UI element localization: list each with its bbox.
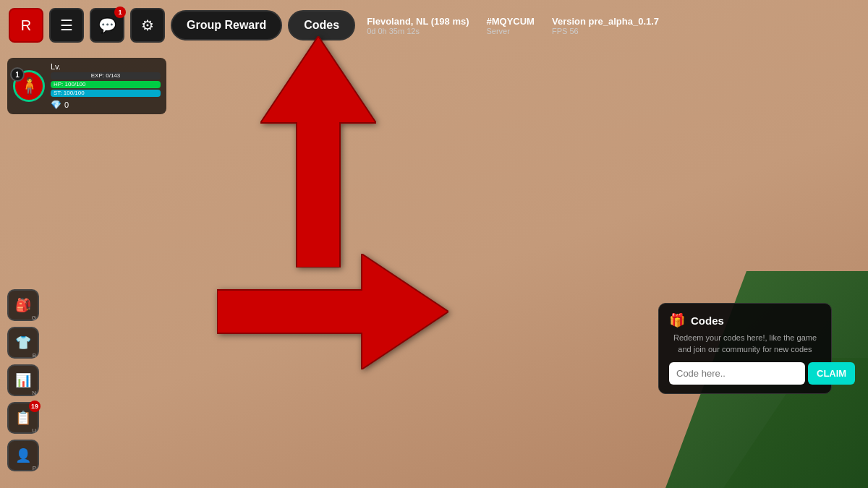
st-label: ST: 100/100 (54, 90, 85, 97)
backpack-icon: 🎒 (15, 297, 31, 313)
sidebar-item-stats[interactable]: 📊 N (7, 364, 39, 396)
codes-panel: 🎁 Codes Redeem your codes here!, like th… (658, 303, 832, 394)
sidebar-item-profile[interactable]: 👤 P (7, 440, 39, 471)
roblox-button[interactable]: R (9, 8, 43, 43)
chat-badge: 1 (114, 7, 126, 18)
currency-value: 0 (64, 100, 69, 109)
profile-icon: 👤 (15, 448, 31, 463)
sidebar-item-clothes[interactable]: 👕 B (7, 327, 39, 359)
arrow-right-indicator (217, 254, 448, 372)
server-location-text: Flevoland, NL (198 ms) (367, 16, 469, 27)
codes-input-row: CLAIM (669, 362, 821, 385)
menu-icon: ☰ (60, 17, 73, 34)
sidebar-letter-u: U (32, 427, 36, 434)
sidebar-letter-g: G (32, 314, 36, 321)
sidebar-item-quests[interactable]: 📋 19 U (7, 402, 39, 434)
sidebar-item-backpack[interactable]: 🎒 G (7, 289, 39, 321)
gift-icon: 🎁 (669, 312, 685, 328)
sidebar: 🎒 G 👕 B 📊 N 📋 19 U 👤 P (7, 289, 39, 471)
settings-button[interactable]: ⚙ (130, 8, 165, 43)
server-hashtag: #MQYCUM Server (487, 16, 535, 35)
svg-marker-0 (260, 36, 376, 267)
currency-display: 💎 0 (51, 100, 161, 110)
server-fps: FPS 56 (552, 27, 659, 35)
chat-icon: 💬 (98, 17, 116, 34)
sidebar-letter-b: B (33, 352, 36, 359)
clothes-icon: 👕 (15, 335, 31, 351)
code-input[interactable] (669, 362, 805, 385)
server-location: Flevoland, NL (198 ms) 0d 0h 35m 12s (367, 16, 469, 35)
svg-marker-1 (217, 254, 448, 369)
quests-icon: 📋 (15, 410, 31, 426)
player-stats: Lv. EXP: 0/143 HP: 100/100 ST: 100/100 💎… (51, 62, 161, 110)
menu-button[interactable]: ☰ (49, 8, 84, 43)
server-hashtag-sub: Server (487, 27, 535, 35)
sidebar-letter-p: P (33, 465, 36, 471)
server-version: Version pre_alpha_0.1.7 FPS 56 (552, 16, 659, 35)
server-hashtag-text: #MQYCUM (487, 16, 535, 27)
exp-label: EXP: 0/143 (91, 72, 120, 80)
currency-icon: 💎 (51, 100, 61, 110)
codes-panel-title: Codes (691, 314, 724, 327)
arrow-up-indicator (260, 36, 376, 270)
player-level-badge: 1 (10, 67, 25, 82)
quests-badge: 19 (29, 401, 41, 412)
hp-label: HP: 100/100 (54, 81, 85, 88)
server-info: Flevoland, NL (198 ms) 0d 0h 35m 12s #MQ… (367, 16, 659, 35)
claim-button[interactable]: CLAIM (808, 362, 855, 385)
sidebar-letter-n: N (32, 390, 36, 396)
roblox-icon: R (21, 17, 31, 34)
codes-description: Redeem your codes here!, like the game a… (669, 333, 821, 355)
server-time: 0d 0h 35m 12s (367, 27, 469, 35)
player-lv: Lv. (51, 62, 161, 71)
server-version-text: Version pre_alpha_0.1.7 (552, 16, 659, 27)
top-bar: R ☰ 💬 1 ⚙ Group Reward Codes Flevoland, … (0, 0, 868, 51)
codes-panel-header: 🎁 Codes (669, 312, 821, 328)
stats-icon: 📊 (15, 372, 31, 388)
player-hud: 🧍 1 Lv. EXP: 0/143 HP: 100/100 ST: 100/1… (7, 58, 166, 114)
chat-button[interactable]: 💬 1 (90, 8, 124, 43)
settings-icon: ⚙ (141, 17, 154, 34)
